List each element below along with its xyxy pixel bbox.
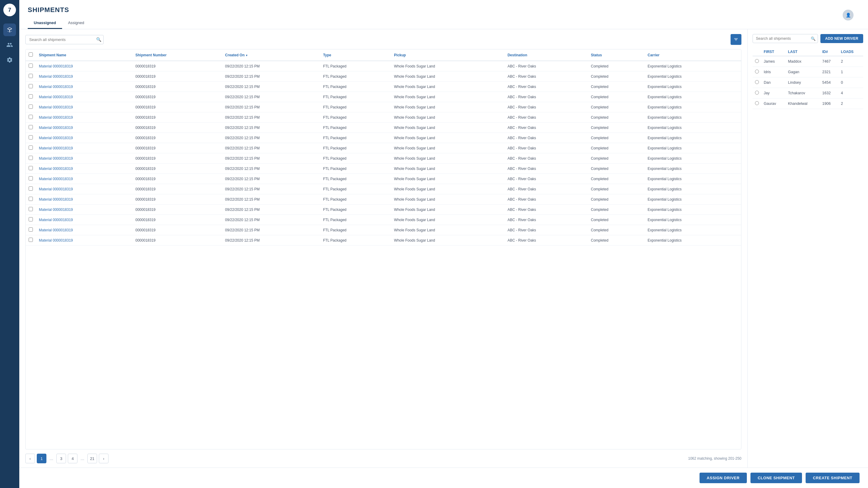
row-shipment-number: 0000018319	[132, 164, 222, 174]
row-pickup: Whole Foods Sugar Land	[391, 112, 504, 123]
shipment-link-15[interactable]: Material 0000018319	[39, 218, 73, 222]
prev-page-button[interactable]: ‹	[25, 454, 35, 463]
row-checkbox-12[interactable]	[29, 187, 33, 191]
row-type: FTL Packaged	[320, 235, 391, 246]
row-checkbox-0[interactable]	[29, 64, 33, 68]
row-checkbox-2[interactable]	[29, 84, 33, 88]
driver-radio-1[interactable]	[755, 70, 759, 73]
row-checkbox-11[interactable]	[29, 176, 33, 181]
row-checkbox-1[interactable]	[29, 74, 33, 78]
shipment-link-13[interactable]: Material 0000018319	[39, 197, 73, 201]
shipment-link-5[interactable]: Material 0000018319	[39, 116, 73, 120]
row-checkbox-3[interactable]	[29, 94, 33, 98]
row-shipment-name: Material 0000018319	[36, 133, 132, 143]
add-new-driver-button[interactable]: ADD NEW DRIVER	[820, 34, 863, 43]
driver-col-last: LAST	[785, 48, 820, 56]
assign-driver-button[interactable]: ASSIGN DRIVER	[700, 473, 747, 483]
shipment-link-8[interactable]: Material 0000018319	[39, 146, 73, 150]
row-shipment-name: Material 0000018319	[36, 92, 132, 102]
page-button-21[interactable]: 21	[87, 454, 97, 463]
create-shipment-button[interactable]: CREATE SHIPMENT	[806, 473, 860, 483]
col-created-on[interactable]: Created On	[222, 50, 320, 61]
sidebar-item-shipments[interactable]	[3, 24, 16, 36]
page-button-3[interactable]: 3	[56, 454, 66, 463]
row-pickup: Whole Foods Sugar Land	[391, 225, 504, 235]
shipment-link-17[interactable]: Material 0000018319	[39, 238, 73, 242]
driver-radio-2[interactable]	[755, 80, 759, 84]
row-status: Completed	[588, 153, 645, 164]
page-button-4[interactable]: 4	[68, 454, 78, 463]
shipment-link-1[interactable]: Material 0000018319	[39, 74, 73, 78]
row-created: 09/22/2020 12:15 PM	[222, 92, 320, 102]
table-row: Material 0000018319 0000018319 09/22/202…	[26, 123, 741, 133]
shipment-link-14[interactable]: Material 0000018319	[39, 207, 73, 212]
driver-radio-0[interactable]	[755, 59, 759, 63]
row-shipment-number: 0000018319	[132, 92, 222, 102]
row-checkbox-8[interactable]	[29, 145, 33, 150]
shipment-link-9[interactable]: Material 0000018319	[39, 156, 73, 161]
clone-shipment-button[interactable]: CLONE SHIPMENT	[750, 473, 802, 483]
col-pickup: Pickup	[391, 50, 504, 61]
row-checkbox-17[interactable]	[29, 238, 33, 242]
row-checkbox-13[interactable]	[29, 197, 33, 201]
shipment-link-2[interactable]: Material 0000018319	[39, 85, 73, 89]
search-input[interactable]	[25, 35, 104, 44]
row-shipment-name: Material 0000018319	[36, 71, 132, 82]
row-type: FTL Packaged	[320, 194, 391, 204]
shipment-link-4[interactable]: Material 0000018319	[39, 105, 73, 109]
page-title: SHIPMENTS	[28, 6, 69, 14]
shipment-link-6[interactable]: Material 0000018319	[39, 126, 73, 130]
shipment-link-10[interactable]: Material 0000018319	[39, 167, 73, 171]
row-status: Completed	[588, 92, 645, 102]
driver-id-4: 1906	[820, 98, 838, 109]
avatar: 👤	[843, 10, 854, 21]
row-destination: ABC - River Oaks	[504, 164, 588, 174]
row-checkbox-14[interactable]	[29, 207, 33, 211]
driver-col-first: FIRST	[761, 48, 785, 56]
row-checkbox-cell	[26, 102, 36, 112]
row-checkbox-16[interactable]	[29, 227, 33, 232]
page-button-1[interactable]: 1	[37, 454, 46, 463]
table-row: Material 0000018319 0000018319 09/22/202…	[26, 133, 741, 143]
col-type: Type	[320, 50, 391, 61]
row-checkbox-9[interactable]	[29, 156, 33, 160]
driver-radio-4[interactable]	[755, 101, 759, 105]
driver-id-3: 1632	[820, 88, 838, 98]
shipment-link-12[interactable]: Material 0000018319	[39, 187, 73, 191]
row-checkbox-5[interactable]	[29, 115, 33, 119]
shipment-link-0[interactable]: Material 0000018319	[39, 64, 73, 68]
shipment-link-16[interactable]: Material 0000018319	[39, 228, 73, 232]
right-search-input[interactable]	[752, 34, 818, 43]
shipment-link-3[interactable]: Material 0000018319	[39, 95, 73, 99]
row-checkbox-cell	[26, 123, 36, 133]
sidebar-item-settings[interactable]	[3, 54, 16, 66]
row-status: Completed	[588, 164, 645, 174]
next-page-button[interactable]: ›	[99, 454, 108, 463]
row-shipment-number: 0000018319	[132, 133, 222, 143]
table-row: Material 0000018319 0000018319 09/22/202…	[26, 82, 741, 92]
search-button[interactable]: 🔍	[96, 37, 101, 42]
row-checkbox-6[interactable]	[29, 125, 33, 129]
filter-button[interactable]	[731, 34, 741, 45]
tab-assigned[interactable]: Assigned	[62, 18, 90, 29]
row-checkbox-4[interactable]	[29, 104, 33, 109]
row-shipment-name: Material 0000018319	[36, 102, 132, 112]
row-status: Completed	[588, 225, 645, 235]
row-shipment-name: Material 0000018319	[36, 204, 132, 215]
row-checkbox-cell	[26, 112, 36, 123]
shipment-link-7[interactable]: Material 0000018319	[39, 136, 73, 140]
row-checkbox-10[interactable]	[29, 166, 33, 170]
col-shipment-number: Shipment Number	[132, 50, 222, 61]
shipment-link-11[interactable]: Material 0000018319	[39, 177, 73, 181]
table-row: Material 0000018319 0000018319 09/22/202…	[26, 143, 741, 153]
tab-unassigned[interactable]: Unassigned	[28, 18, 62, 29]
row-shipment-name: Material 0000018319	[36, 153, 132, 164]
row-destination: ABC - River Oaks	[504, 204, 588, 215]
sidebar-item-users[interactable]	[3, 38, 16, 51]
row-checkbox-15[interactable]	[29, 217, 33, 221]
table-row: Material 0000018319 0000018319 09/22/202…	[26, 153, 741, 164]
row-pickup: Whole Foods Sugar Land	[391, 82, 504, 92]
driver-radio-3[interactable]	[755, 91, 759, 95]
row-checkbox-7[interactable]	[29, 135, 33, 139]
select-all-checkbox[interactable]	[29, 53, 33, 57]
